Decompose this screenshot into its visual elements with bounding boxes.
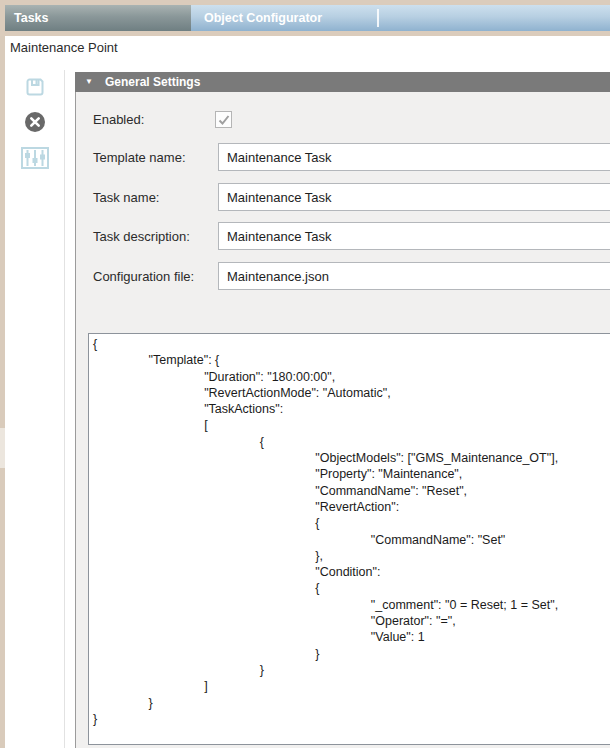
general-settings-group: ▼ General Settings Enabled: Template nam…: [75, 72, 610, 748]
code-line: }: [93, 662, 610, 678]
code-line: "Property": "Maintenance",: [93, 466, 610, 482]
code-line: "CommandName": "Set": [93, 532, 610, 548]
collapse-caret-icon[interactable]: ▼: [85, 72, 93, 92]
code-line: "CommandName": "Reset",: [93, 483, 610, 499]
template-name-input[interactable]: [218, 143, 610, 171]
task-name-input[interactable]: [218, 183, 610, 211]
sliders-icon: [21, 158, 49, 173]
tab-separator: [377, 9, 379, 27]
task-name-label: Task name:: [93, 190, 159, 205]
code-line: "Duration": "180:00:00",: [93, 369, 610, 385]
code-line: {: [93, 434, 610, 450]
tab-bar: Tasks Object Configurator: [0, 0, 610, 36]
code-line: {: [93, 336, 610, 352]
cancel-button[interactable]: [24, 111, 46, 133]
code-line: "Template": {: [93, 352, 610, 368]
code-line: [: [93, 417, 610, 433]
code-line: "Condition":: [93, 564, 610, 580]
save-icon: [25, 85, 45, 100]
code-line: "Value": 1: [93, 629, 610, 645]
code-editor-content: { "Template": { "Duration": "180:00:00",…: [93, 336, 610, 727]
code-line: "_comment": "0 = Reset; 1 = Set",: [93, 597, 610, 613]
tab-strip: Tasks Object Configurator: [5, 5, 610, 31]
toolbar-separator: [64, 70, 65, 748]
code-line: "ObjectModels": ["GMS_Maintenance_OT"],: [93, 450, 610, 466]
json-config-editor[interactable]: { "Template": { "Duration": "180:00:00",…: [88, 333, 610, 745]
task-description-label: Task description:: [93, 229, 190, 244]
code-line: "RevertAction":: [93, 499, 610, 515]
tab-object-configurator[interactable]: Object Configurator: [204, 5, 322, 31]
configuration-file-input[interactable]: [218, 262, 610, 290]
configuration-file-label: Configuration file:: [93, 269, 194, 284]
left-edge-strip: [0, 36, 5, 748]
code-line: "Operator": "=",: [93, 613, 610, 629]
code-line: }: [93, 646, 610, 662]
code-line: {: [93, 580, 610, 596]
enabled-checkbox[interactable]: [215, 111, 232, 128]
tab-tasks[interactable]: Tasks: [5, 5, 191, 31]
general-settings-body: Enabled: Template name: Task name: Task …: [75, 92, 610, 748]
enabled-label: Enabled:: [93, 112, 144, 127]
code-line: }: [93, 695, 610, 711]
code-line: {: [93, 515, 610, 531]
code-line: ]: [93, 678, 610, 694]
page-title: Maintenance Point: [10, 40, 118, 55]
code-line: "TaskActions":: [93, 401, 610, 417]
filter-settings-button[interactable]: [21, 146, 49, 170]
code-line: }: [93, 711, 610, 727]
cancel-icon: [24, 121, 46, 136]
template-name-label: Template name:: [93, 150, 186, 165]
save-button[interactable]: [25, 77, 45, 97]
task-description-input[interactable]: [218, 222, 610, 250]
code-line: },: [93, 548, 610, 564]
code-line: "RevertActionMode": "Automatic",: [93, 385, 610, 401]
splitter-handle[interactable]: [0, 428, 5, 468]
app-window: Tasks Object Configurator Maintenance Po…: [0, 0, 610, 748]
general-settings-header[interactable]: ▼ General Settings: [75, 72, 610, 92]
general-settings-title: General Settings: [105, 72, 200, 92]
